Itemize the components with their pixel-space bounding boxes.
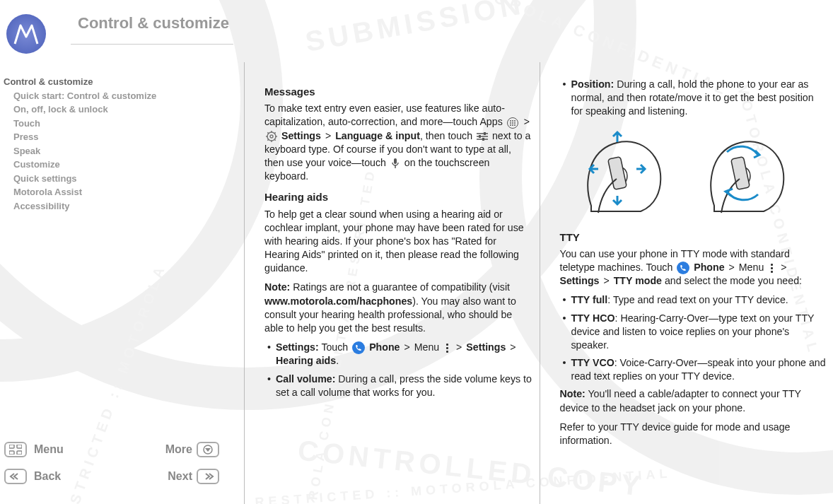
arrow-icon: > (404, 341, 409, 353)
svg-point-6 (512, 120, 513, 122)
svg-point-5 (510, 120, 511, 122)
nav-root[interactable]: Control & customize (4, 75, 244, 89)
arrow-icon: > (781, 262, 786, 273)
back-label: Back (31, 470, 114, 483)
nav-item-accessibility[interactable]: Accessibility (13, 199, 244, 213)
arrow-icon: > (510, 341, 515, 353)
svg-point-13 (514, 124, 515, 126)
label: TTY full (571, 294, 608, 305)
motorola-logo-icon (12, 20, 40, 48)
menu-button[interactable] (4, 442, 27, 457)
mic-icon (390, 158, 400, 169)
next-button[interactable] (197, 469, 219, 484)
text-settings: Settings (560, 275, 600, 286)
apps-icon (507, 117, 518, 129)
svg-rect-2 (9, 451, 14, 455)
section-nav: Control & customize Quick start: Control… (4, 75, 244, 213)
svg-rect-19 (484, 132, 486, 135)
svg-point-15 (270, 135, 273, 138)
tty-full-item: TTY full: Type and read text on your TTY… (560, 293, 828, 307)
illustration-head-right (693, 128, 799, 220)
text: and select the mode you need: (665, 275, 802, 286)
back-icon (8, 472, 23, 481)
menu-dots-icon (443, 342, 450, 353)
footer-controls: Menu More Back Next (4, 439, 223, 487)
illustration-head-left (570, 128, 676, 220)
label: Settings: (276, 341, 319, 353)
arrow-icon: > (524, 116, 530, 127)
text: Touch (319, 341, 351, 353)
text: To make text entry even easier, use feat… (264, 102, 506, 127)
more-button[interactable] (197, 442, 219, 457)
text: , then touch (420, 130, 475, 141)
svg-point-12 (512, 124, 513, 126)
text: You'll need a cable/adapter to connect y… (560, 388, 801, 413)
tty-note: Note: You'll need a cable/adapter to con… (560, 387, 828, 414)
next-label: Next (114, 470, 197, 483)
tty-p1: You can use your phone in TTY mode with … (560, 247, 828, 288)
svg-rect-22 (394, 158, 397, 164)
nav-item-quickstart[interactable]: Quick start: Control & customize (13, 89, 244, 103)
svg-point-7 (514, 120, 515, 122)
text-menu: Menu (739, 262, 764, 273)
hearing-aids-heading: Hearing aids (264, 190, 532, 204)
hearing-settings-item: Settings: Touch Phone > Menu > Settings … (264, 341, 532, 368)
text: Ratings are not a guarantee of compatibi… (290, 281, 510, 293)
arrow-icon: > (729, 262, 735, 273)
next-icon (201, 472, 215, 481)
nav-item-onoff[interactable]: On, off, lock & unlock (13, 102, 244, 117)
nav-item-press[interactable]: Press (13, 130, 244, 144)
nav-item-assist[interactable]: Motorola Assist (13, 185, 244, 199)
column-divider-2 (540, 62, 540, 504)
svg-point-8 (510, 122, 511, 124)
note-label: Note: (560, 388, 586, 399)
menu-dots-icon (768, 262, 775, 274)
grid-icon (9, 445, 22, 455)
messages-heading: Messages (264, 85, 532, 99)
svg-rect-3 (17, 451, 22, 455)
tty-heading: TTY (560, 230, 828, 245)
arrow-icon: > (325, 130, 331, 141)
svg-rect-20 (479, 135, 481, 138)
call-volume-item: Call volume: During a call, press the si… (264, 373, 532, 399)
hearing-aids-note: Note: Ratings are not a guarantee of com… (264, 281, 532, 335)
nav-item-speak[interactable]: Speak (13, 144, 244, 158)
title-rule (71, 44, 233, 45)
nav-item-customize[interactable]: Customize (13, 158, 244, 172)
svg-rect-1 (17, 445, 22, 448)
page-title: Control & customize (78, 14, 229, 33)
tty-hco-item: TTY HCO: Hearing-Carry-Over—type text on… (560, 312, 828, 353)
dropdown-icon (202, 445, 214, 455)
text-settings: Settings (466, 341, 506, 353)
text-phone: Phone (369, 341, 400, 353)
gear-icon (266, 131, 277, 142)
more-label: More (114, 443, 197, 456)
label: TTY HCO (571, 312, 615, 324)
left-pane: Control & customize Control & customize … (0, 0, 244, 504)
text-language-input: Language & input (335, 130, 420, 141)
motorola-logo (6, 14, 46, 54)
arrow-icon: > (603, 275, 609, 286)
sliders-icon (477, 131, 488, 141)
nav-item-touch[interactable]: Touch (13, 117, 244, 131)
text-menu: Menu (414, 341, 440, 353)
svg-point-9 (512, 122, 513, 124)
text-hearing-aids: Hearing aids (276, 355, 336, 366)
note-label: Note: (264, 281, 290, 293)
label: Call volume: (276, 373, 335, 385)
label: TTY VCO (571, 357, 614, 368)
phone-icon (677, 262, 689, 274)
note-url: www.motorola.com/hacphones (264, 295, 412, 307)
arrow-icon: > (456, 341, 462, 353)
text-settings: Settings (281, 130, 321, 141)
svg-rect-21 (482, 138, 484, 141)
phone-icon (352, 341, 365, 354)
back-button[interactable] (4, 469, 27, 484)
nav-item-quicksettings[interactable]: Quick settings (13, 172, 244, 186)
hearing-aids-p1: To help get a clear sound when using a h… (264, 208, 532, 276)
text-tty-mode: TTY mode (614, 275, 662, 286)
label: Position: (571, 78, 614, 90)
tty-vco-item: TTY VCO: Voice-Carry-Over—speak into you… (560, 356, 828, 383)
column-divider-1 (244, 62, 245, 504)
position-illustration (570, 124, 828, 223)
